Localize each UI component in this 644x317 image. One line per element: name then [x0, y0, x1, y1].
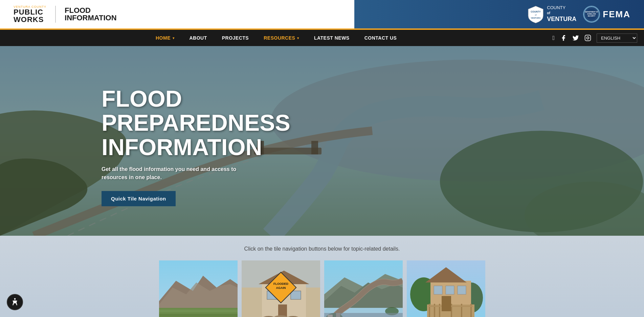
county-shield-icon: COUNTY of VENTURA: [527, 5, 544, 24]
tile-4-image: [407, 260, 485, 317]
svg-rect-22: [159, 310, 238, 312]
nav-item-about[interactable]: ABOUT: [182, 30, 214, 46]
tile-grid: FLOODED AGAIN: [14, 260, 630, 317]
fema-seal-icon: DEPARTMENT OF HOMELAND SECURITY: [583, 6, 600, 23]
fema-text-label: FEMA: [603, 9, 630, 20]
instagram-icon[interactable]: [584, 35, 591, 41]
tile-section: Click on the tile navigation buttons bel…: [0, 236, 644, 317]
public-label: PUBLIC: [14, 8, 43, 16]
svg-rect-44: [324, 313, 403, 317]
svg-rect-31: [291, 291, 301, 299]
svg-rect-46: [336, 313, 340, 317]
svg-rect-45: [328, 315, 333, 317]
svg-text:HOMELAND: HOMELAND: [587, 13, 596, 15]
information-label: INFORMATION: [65, 14, 117, 22]
svg-text:FLOODED: FLOODED: [273, 282, 288, 286]
svg-rect-32: [278, 304, 287, 317]
svg-text:AGAIN: AGAIN: [276, 286, 286, 290]
hero-content: FLOOD PREPAREDNESS INFORMATION Get all t…: [0, 46, 237, 206]
hero-section: FLOOD PREPAREDNESS INFORMATION Get all t…: [0, 46, 644, 236]
fema-logo[interactable]: DEPARTMENT OF HOMELAND SECURITY FEMA: [583, 6, 630, 23]
accessibility-icon: [10, 297, 20, 307]
svg-point-65: [14, 298, 16, 300]
nav-social:  ENGLISH SPANISH: [552, 34, 637, 43]
svg-rect-63: [442, 296, 451, 311]
flood-info-logo[interactable]: FLOOD INFORMATION: [65, 7, 117, 22]
svg-text:of: of: [535, 14, 537, 16]
public-works-logo[interactable]: VENTURA COUNTY PUBLIC WORKS: [14, 5, 46, 24]
nav-item-resources[interactable]: RESOURCES ▾: [256, 30, 307, 46]
site-header: VENTURA COUNTY PUBLIC WORKS FLOOD INFORM…: [0, 0, 644, 30]
svg-rect-8: [585, 35, 591, 41]
svg-text:COUNTY: COUNTY: [531, 10, 541, 13]
nav-item-projects[interactable]: PROJECTS: [215, 30, 256, 46]
twitter-icon[interactable]: [572, 35, 579, 41]
svg-rect-61: [446, 286, 454, 294]
header-right: COUNTY of VENTURA COUNTY of VENTURA DEPA…: [527, 5, 630, 24]
nav-item-latest-news[interactable]: LATEST NEWS: [307, 30, 357, 46]
svg-rect-60: [434, 286, 442, 294]
svg-rect-23: [159, 314, 238, 317]
svg-rect-62: [458, 286, 466, 294]
tile-2-image: FLOODED AGAIN: [242, 260, 320, 317]
county-text: COUNTY of VENTURA: [547, 5, 576, 23]
logo-divider: [55, 6, 56, 23]
tile-card-2[interactable]: FLOODED AGAIN: [242, 260, 320, 317]
flood-label: FLOOD: [65, 7, 117, 14]
hero-subtitle: Get all the flood information you need a…: [102, 165, 237, 182]
tile-section-description: Click on the tile navigation buttons bel…: [14, 246, 630, 252]
home-dropdown-icon: ▾: [173, 36, 175, 40]
works-label: WORKS: [14, 16, 44, 23]
svg-text:VENTURA: VENTURA: [531, 17, 541, 19]
hero-title: FLOOD PREPAREDNESS INFORMATION: [102, 87, 237, 159]
accessibility-button[interactable]: [7, 294, 23, 310]
facebook-icon[interactable]: : [552, 35, 555, 42]
header-logos: VENTURA COUNTY PUBLIC WORKS FLOOD INFORM…: [14, 5, 117, 24]
svg-text:DEPARTMENT OF: DEPARTMENT OF: [585, 11, 598, 13]
tile-1-image: [159, 260, 238, 317]
nav-item-home[interactable]: HOME ▾: [148, 30, 182, 46]
quick-tile-navigation-button[interactable]: Quick Tile Navigation: [102, 191, 176, 206]
resources-dropdown-icon: ▾: [297, 36, 299, 40]
language-selector[interactable]: ENGLISH SPANISH: [597, 34, 637, 43]
tile-3-image: [324, 260, 403, 317]
tile-card-1[interactable]: [159, 260, 238, 317]
county-ventura-logo[interactable]: COUNTY of VENTURA COUNTY of VENTURA: [527, 5, 576, 24]
tile-card-4[interactable]: [407, 260, 485, 317]
tile-card-3[interactable]: [324, 260, 403, 317]
facebook-icon[interactable]: [560, 35, 567, 41]
main-nav: HOME ▾ ABOUT PROJECTS RESOURCES ▾ LATEST…: [0, 30, 644, 46]
nav-items-container: HOME ▾ ABOUT PROJECTS RESOURCES ▾ LATEST…: [7, 30, 546, 46]
nav-item-contact-us[interactable]: CONTACT US: [357, 30, 404, 46]
svg-text:SECURITY: SECURITY: [588, 15, 596, 17]
